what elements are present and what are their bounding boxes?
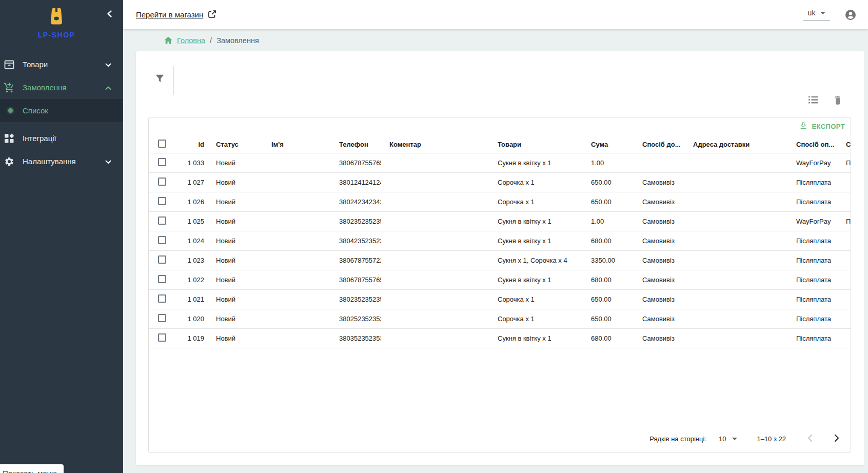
column-header-address: Адреса доставки bbox=[685, 136, 788, 153]
cell-products: Сорочка x 1 bbox=[489, 172, 583, 192]
delete-button[interactable] bbox=[832, 94, 844, 107]
row-checkbox[interactable] bbox=[158, 216, 166, 225]
cell-status: Новий bbox=[208, 309, 263, 328]
topbar: Перейти в магазин uk bbox=[123, 0, 868, 29]
row-checkbox[interactable] bbox=[158, 178, 166, 186]
cell-comment bbox=[381, 211, 489, 231]
cell-products: Сукня в квітку x 1 bbox=[489, 270, 583, 289]
filter-button[interactable] bbox=[152, 72, 167, 86]
breadcrumb-separator: / bbox=[210, 36, 212, 45]
caret-down-icon bbox=[820, 12, 825, 14]
table-row: 1 020Новий380252352352Сорочка x 1650.00С… bbox=[149, 309, 851, 328]
sidebar-item-orders-list[interactable]: Список bbox=[0, 99, 123, 122]
show-menu-tooltip: Показать меню bbox=[0, 464, 64, 473]
table-row: 1 021Новий380235235235Сорочка x 1650.00С… bbox=[149, 289, 851, 309]
language-select[interactable]: uk bbox=[803, 9, 830, 21]
row-checkbox[interactable] bbox=[158, 314, 166, 322]
column-header-payment: Спосіб оп... bbox=[788, 136, 838, 153]
trash-icon bbox=[834, 95, 842, 106]
cell-address bbox=[685, 231, 788, 250]
breadcrumb-home-link[interactable]: Головна bbox=[177, 36, 205, 45]
cell-id: 1 027 bbox=[175, 172, 208, 192]
cell-sum: 3350.00 bbox=[583, 250, 634, 270]
cell-id: 1 021 bbox=[175, 289, 208, 309]
cell-name bbox=[263, 289, 331, 309]
row-checkbox[interactable] bbox=[158, 255, 166, 264]
sidebar-collapse-button[interactable] bbox=[103, 7, 117, 22]
cell-sum: 650.00 bbox=[583, 172, 634, 192]
cell-payment_status bbox=[838, 250, 851, 270]
cell-status: Новий bbox=[208, 153, 263, 172]
cell-comment bbox=[381, 250, 489, 270]
go-to-store-link[interactable]: Перейти в магазин bbox=[136, 10, 216, 20]
cell-comment bbox=[381, 309, 489, 328]
cell-products: Сукня x 1, Сорочка x 4 bbox=[489, 250, 583, 270]
cell-payment: Післяплата bbox=[788, 270, 838, 289]
cell-address bbox=[685, 211, 788, 231]
next-page-button[interactable] bbox=[830, 432, 843, 446]
sidebar-item-orders[interactable]: Замовлення bbox=[0, 76, 123, 99]
select-all-checkbox[interactable] bbox=[158, 140, 166, 148]
cell-id: 1 033 bbox=[175, 153, 208, 172]
cell-id: 1 023 bbox=[175, 250, 208, 270]
cell-sum: 680.00 bbox=[583, 328, 634, 348]
cell-address bbox=[685, 328, 788, 348]
cell-products: Сукня в квітку x 1 bbox=[489, 211, 583, 231]
cell-id: 1 025 bbox=[175, 211, 208, 231]
row-checkbox-cell bbox=[149, 328, 175, 348]
row-checkbox[interactable] bbox=[158, 158, 166, 166]
row-checkbox-cell bbox=[149, 231, 175, 250]
column-header-comment: Коментар bbox=[381, 136, 489, 153]
account-avatar-icon[interactable] bbox=[844, 9, 857, 21]
row-checkbox-cell bbox=[149, 211, 175, 231]
logo-text: LP-SHOP bbox=[38, 31, 75, 39]
external-link-icon bbox=[208, 10, 216, 20]
cell-comment bbox=[381, 231, 489, 250]
sidebar-item-settings[interactable]: Налаштування bbox=[0, 150, 123, 173]
cell-sum: 650.00 bbox=[583, 289, 634, 309]
chevron-down-icon bbox=[105, 60, 111, 69]
cell-phone: 380678755722 bbox=[331, 250, 381, 270]
sidebar-item-label: Інтеграції bbox=[23, 134, 111, 143]
cell-sum: 1.00 bbox=[583, 211, 634, 231]
cell-comment bbox=[381, 172, 489, 192]
cell-products: Сорочка x 1 bbox=[489, 289, 583, 309]
cell-address bbox=[685, 192, 788, 211]
cell-phone: 380252352352 bbox=[331, 309, 381, 328]
cell-delivery: Самовивіз bbox=[634, 309, 685, 328]
sidebar-item-integrations[interactable]: Інтеграції bbox=[0, 127, 123, 150]
table-row: 1 022Новий380678755765Сукня в квітку x 1… bbox=[149, 270, 851, 289]
table-header-row: id Статус Ім'я Телефон Коментар Товари С… bbox=[149, 136, 851, 153]
column-header-id: id bbox=[175, 136, 208, 153]
breadcrumb: Головна / Замовлення bbox=[123, 29, 868, 51]
row-checkbox-cell bbox=[149, 153, 175, 172]
cell-delivery: Самовивіз bbox=[634, 250, 685, 270]
cell-name bbox=[263, 270, 331, 289]
rows-per-page-label: Рядків на сторінці: bbox=[649, 435, 706, 443]
cell-id: 1 019 bbox=[175, 328, 208, 348]
export-button[interactable]: ЕКСПОРТ bbox=[799, 122, 845, 131]
row-checkbox[interactable] bbox=[158, 333, 166, 342]
row-checkbox-cell bbox=[149, 289, 175, 309]
column-list-button[interactable] bbox=[807, 94, 819, 107]
cell-phone: 380423523523 bbox=[331, 231, 381, 250]
previous-page-button[interactable] bbox=[803, 432, 817, 446]
row-checkbox[interactable] bbox=[158, 197, 166, 205]
row-checkbox[interactable] bbox=[158, 275, 166, 283]
cell-name bbox=[263, 153, 331, 172]
cell-name bbox=[263, 309, 331, 328]
row-checkbox[interactable] bbox=[158, 294, 166, 303]
cell-status: Новий bbox=[208, 211, 263, 231]
cell-name bbox=[263, 328, 331, 348]
cell-id: 1 024 bbox=[175, 231, 208, 250]
rows-per-page-select[interactable]: 10 bbox=[719, 435, 737, 443]
cell-phone: 380124124124 bbox=[331, 172, 381, 192]
sidebar-item-products[interactable]: Товари bbox=[0, 53, 123, 76]
sidebar-item-label: Налаштування bbox=[23, 157, 105, 166]
row-checkbox[interactable] bbox=[158, 236, 166, 244]
table-footer: Рядків на сторінці: 10 1–10 з 22 bbox=[149, 425, 851, 452]
cell-sum: 680.00 bbox=[583, 231, 634, 250]
cell-comment bbox=[381, 153, 489, 172]
store-link-label: Перейти в магазин bbox=[136, 10, 203, 19]
settings-gear-icon bbox=[3, 155, 15, 168]
